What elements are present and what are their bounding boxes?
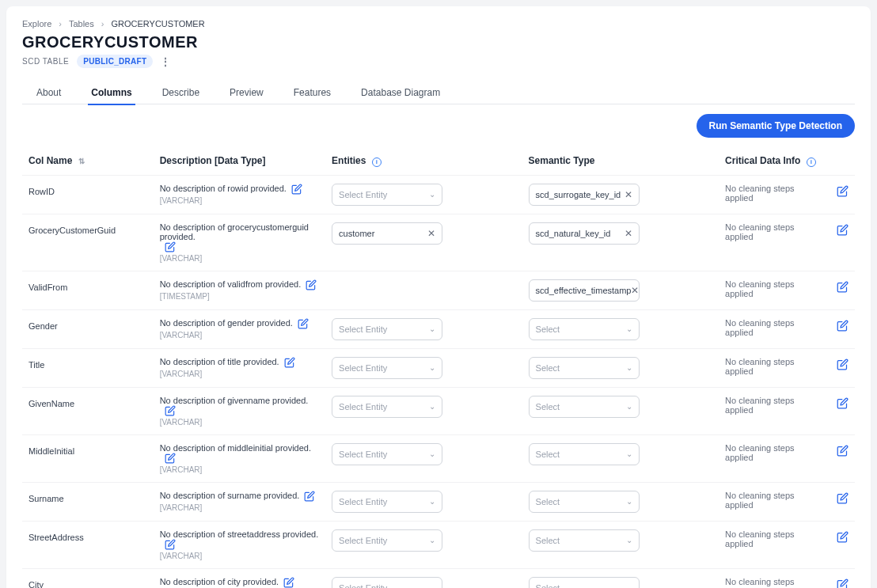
critical-data-info: No cleaning steps applied (719, 521, 826, 568)
description-text: No description of streetaddress provided… (160, 529, 319, 539)
semantic-type-select[interactable]: scd_effective_timestamp✕ (529, 279, 640, 302)
edit-description-icon[interactable] (284, 357, 295, 368)
run-semantic-type-detection-button[interactable]: Run Semantic Type Detection (697, 114, 855, 138)
edit-description-icon[interactable] (298, 318, 309, 329)
info-icon[interactable]: i (807, 157, 816, 167)
entity-select[interactable]: Select Entity⌄ (332, 491, 442, 513)
description-cell: No description of gender provided.[VARCH… (154, 309, 325, 348)
tab-describe[interactable]: Describe (162, 81, 199, 104)
column-name: GivenName (22, 387, 154, 434)
sort-icon[interactable]: ⇅ (78, 157, 85, 165)
edit-row-icon[interactable] (837, 228, 849, 237)
clear-icon[interactable]: ✕ (625, 228, 632, 239)
status-badge[interactable]: PUBLIC_DRAFT (77, 55, 153, 68)
critical-data-info: No cleaning steps applied (719, 568, 826, 588)
semantic-type-select[interactable]: scd_natural_key_id✕ (529, 222, 640, 245)
semantic-type-select[interactable]: scd_surrogate_key_id✕ (529, 184, 640, 206)
entity-select[interactable]: Select Entity⌄ (332, 184, 442, 206)
breadcrumb-explore[interactable]: Explore (22, 19, 51, 28)
column-name: Surname (22, 482, 154, 521)
tab-columns[interactable]: Columns (91, 81, 131, 104)
data-type: [TIMESTAMP] (160, 292, 319, 301)
tab-preview[interactable]: Preview (230, 81, 264, 104)
edit-row-icon[interactable] (837, 189, 849, 199)
column-name: ValidFrom (22, 271, 154, 309)
critical-data-info: No cleaning steps applied (719, 214, 826, 271)
clear-icon[interactable]: ✕ (427, 228, 435, 239)
entity-cell: Select Entity⌄ (325, 309, 522, 348)
entity-cell: Select Entity⌄ (325, 568, 522, 588)
semantic-type-select[interactable]: Select⌄ (529, 318, 640, 340)
critical-data-info: No cleaning steps applied (719, 482, 826, 521)
entity-select[interactable]: Select Entity⌄ (332, 443, 442, 465)
entity-select[interactable]: Select Entity⌄ (332, 396, 442, 418)
edit-row-icon[interactable] (837, 582, 849, 588)
edit-row-icon[interactable] (837, 401, 849, 411)
edit-row-icon[interactable] (837, 324, 849, 333)
entity-select[interactable]: Select Entity⌄ (332, 577, 442, 588)
tab-about[interactable]: About (36, 81, 61, 104)
edit-description-icon[interactable] (165, 241, 176, 252)
chevron-down-icon: ⌄ (429, 497, 435, 506)
critical-data-info: No cleaning steps applied (719, 434, 826, 482)
edit-description-icon[interactable] (306, 279, 317, 290)
semantic-cell: Select⌄ (522, 348, 719, 387)
critical-data-info: No cleaning steps applied (719, 309, 826, 348)
description-cell: No description of city provided.[VARCHAR… (154, 568, 325, 588)
semantic-cell: scd_effective_timestamp✕ (522, 271, 719, 309)
breadcrumb-tables[interactable]: Tables (69, 19, 94, 28)
tab-features[interactable]: Features (294, 81, 331, 104)
semantic-type-select[interactable]: Select⌄ (529, 529, 640, 552)
edit-description-icon[interactable] (165, 405, 176, 416)
header-entities: Entities i (325, 147, 522, 175)
semantic-type-select[interactable]: Select⌄ (529, 443, 640, 465)
entity-cell: Select Entity⌄ (325, 482, 522, 521)
edit-row-icon[interactable] (837, 535, 849, 544)
edit-description-icon[interactable] (304, 491, 315, 502)
chevron-down-icon: ⌄ (626, 363, 632, 372)
edit-description-icon[interactable] (291, 184, 302, 195)
description-cell: No description of title provided.[VARCHA… (154, 348, 325, 387)
columns-table: Col Name ⇅ Description [Data Type] Entit… (22, 147, 855, 588)
semantic-type-select[interactable]: Select⌄ (529, 577, 640, 588)
edit-description-icon[interactable] (165, 453, 176, 464)
clear-icon[interactable]: ✕ (631, 285, 639, 296)
chevron-down-icon: ⌄ (626, 324, 632, 333)
entity-select[interactable]: Select Entity⌄ (332, 318, 442, 340)
semantic-type-select[interactable]: Select⌄ (529, 491, 640, 513)
entity-select[interactable]: customer✕ (332, 222, 442, 245)
description-cell: No description of validfrom provided.[TI… (154, 271, 325, 309)
column-name: Gender (22, 309, 154, 348)
column-name: StreetAddress (22, 521, 154, 568)
edit-description-icon[interactable] (165, 539, 176, 550)
table-row: GenderNo description of gender provided.… (22, 309, 855, 348)
data-type: [VARCHAR] (160, 552, 319, 560)
data-type: [VARCHAR] (160, 418, 319, 427)
semantic-cell: Select⌄ (522, 521, 719, 568)
edit-row-icon[interactable] (837, 362, 849, 372)
edit-row-icon[interactable] (837, 449, 849, 458)
header-semantic-type: Semantic Type (522, 147, 719, 175)
breadcrumb-current: GROCERYCUSTOMER (111, 19, 204, 28)
chevron-down-icon: ⌄ (429, 190, 435, 199)
header-critical-data-info: Critical Data Info i (719, 147, 826, 175)
data-type: [VARCHAR] (160, 331, 319, 340)
info-icon[interactable]: i (372, 157, 382, 167)
edit-row-icon[interactable] (837, 496, 849, 506)
clear-icon[interactable]: ✕ (625, 189, 632, 200)
chevron-down-icon: ⌄ (429, 324, 435, 333)
edit-row-icon[interactable] (837, 285, 849, 294)
semantic-type-select[interactable]: Select⌄ (529, 357, 640, 379)
semantic-type-select[interactable]: Select⌄ (529, 396, 640, 418)
more-icon[interactable]: ⋮ (161, 56, 170, 67)
tab-database-diagram[interactable]: Database Diagram (361, 81, 440, 104)
tabs: About Columns Describe Preview Features … (22, 76, 855, 104)
header-col-name[interactable]: Col Name ⇅ (22, 147, 154, 175)
table-row: TitleNo description of title provided.[V… (22, 348, 855, 387)
chevron-down-icon: ⌄ (429, 363, 435, 372)
entity-select[interactable]: Select Entity⌄ (332, 357, 442, 379)
chevron-down-icon: ⌄ (626, 450, 632, 458)
description-cell: No description of givenname provided.[VA… (154, 387, 325, 434)
entity-select[interactable]: Select Entity⌄ (332, 529, 442, 552)
edit-description-icon[interactable] (283, 577, 294, 588)
